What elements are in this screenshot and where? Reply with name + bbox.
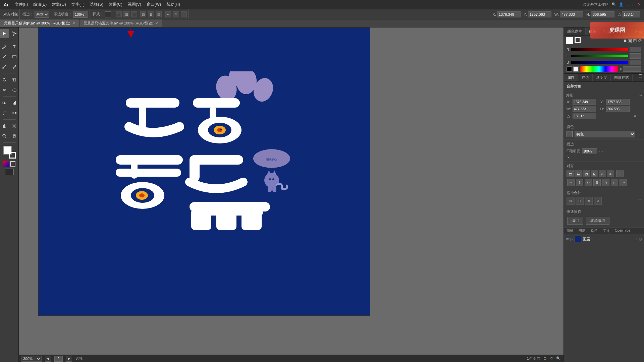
rotate-view-icon[interactable]: ↺ — [550, 356, 553, 361]
transform-expand[interactable]: ⋯ — [639, 94, 642, 97]
direct-select-tool[interactable] — [10, 29, 19, 38]
tab-1-close[interactable]: ✕ — [72, 21, 75, 25]
props-tab-graphic[interactable]: 图形样式 — [611, 74, 633, 81]
dist-h-left-btn[interactable]: ⇔ — [567, 179, 575, 186]
dist-h-right-btn[interactable]: ⇄ — [585, 179, 592, 186]
align-hcenter-prop-btn[interactable]: ⬓ — [575, 170, 582, 177]
panel-tab-color-ref[interactable]: 颜色参考 — [564, 27, 586, 35]
shape-builder-tool[interactable] — [0, 98, 9, 108]
white-swatch[interactable] — [573, 66, 579, 72]
layer-item-1[interactable]: 👁 ▷ 图层 1 1 ◎ — [564, 234, 644, 244]
chart-tool[interactable] — [10, 98, 19, 108]
blend-tool[interactable] — [10, 108, 19, 118]
align-top-btn[interactable]: ▤ — [140, 11, 146, 17]
rectangle-tool[interactable] — [10, 52, 19, 61]
w-prop-input[interactable] — [573, 106, 596, 112]
eyedropper-tool[interactable] — [0, 108, 9, 118]
layers-tab-char[interactable]: 字符 — [600, 228, 612, 234]
style-color[interactable] — [105, 11, 111, 17]
stroke-swatch[interactable] — [9, 152, 16, 159]
h-prop-input[interactable] — [606, 106, 630, 112]
stroke-color-preview[interactable] — [575, 37, 582, 44]
lock-aspect-icon[interactable]: ⇔ — [633, 114, 637, 118]
pencil-tool[interactable] — [10, 62, 19, 71]
zoom-tool[interactable] — [0, 131, 9, 141]
close-btn[interactable]: ✕ — [638, 2, 641, 7]
pathsum-more-icon[interactable]: ⋯ — [637, 197, 641, 205]
hex-input[interactable] — [623, 66, 641, 72]
warp-tool[interactable] — [0, 85, 9, 95]
layers-tab-artboard[interactable]: 画板 — [564, 228, 576, 234]
tab-2-close[interactable]: ✕ — [155, 21, 158, 25]
color-mode-icon[interactable] — [3, 161, 9, 167]
none-color-icon[interactable] — [10, 161, 15, 167]
fill-more-icon[interactable]: ⋯ — [637, 132, 641, 136]
y-input[interactable] — [528, 11, 551, 17]
rotate-tool[interactable] — [0, 75, 9, 84]
props-menu-icon[interactable]: ☰ — [639, 74, 643, 78]
dist-v-center-btn[interactable]: ⇆ — [602, 179, 609, 186]
layers-tab-opentype[interactable]: OpenType — [612, 228, 633, 234]
color-type-icon[interactable]: ■ — [624, 38, 627, 43]
canvas-area[interactable]: 使用【矩形工具】绘制深蓝色矩形作为背景 — [19, 27, 564, 362]
next-page-btn[interactable]: ▶ — [66, 356, 72, 362]
w-input[interactable] — [560, 11, 583, 17]
menu-edit[interactable]: 编辑(E) — [31, 0, 49, 9]
tab-1[interactable]: 元旦是只猫讲解.ai* @ 300% (RGB/预览) ✕ — [0, 19, 79, 27]
x-input[interactable] — [497, 11, 521, 17]
zoom-select[interactable]: 300% — [21, 356, 42, 362]
pen-tool[interactable] — [0, 42, 9, 51]
r-input[interactable] — [630, 47, 641, 52]
select-tool[interactable] — [0, 29, 9, 38]
props-tab-properties[interactable]: 属性 — [564, 74, 578, 81]
group-btn[interactable]: 编组 — [567, 217, 583, 225]
menu-select[interactable]: 选择(S) — [87, 0, 106, 9]
align-vmid-btn[interactable]: ▦ — [148, 11, 154, 17]
align-left-btn[interactable]: ⬛ — [116, 11, 122, 17]
g-slider-track[interactable] — [571, 55, 628, 57]
distribute-h-btn[interactable]: ⇔ — [165, 11, 171, 17]
layer-visibility-icon[interactable]: 👁 — [566, 237, 569, 241]
fill-color-preview[interactable] — [566, 37, 573, 44]
layer-target-icon[interactable]: ◎ — [639, 237, 642, 241]
fit-page-icon[interactable]: ⊡ — [543, 356, 546, 361]
ungroup-btn[interactable]: 取消编组 — [586, 217, 609, 225]
none-icon[interactable]: ⊘ — [638, 38, 642, 43]
opacity-input[interactable] — [73, 11, 88, 18]
scale-tool[interactable] — [10, 75, 19, 84]
fill-type-select[interactable]: 实色 — [575, 131, 635, 137]
align-right-btn[interactable]: ⬛ — [131, 11, 137, 17]
paintbrush-tool[interactable] — [0, 62, 9, 71]
align-bottom-btn[interactable]: ▤ — [156, 11, 162, 17]
tab-2[interactable]: 元旦是只猫源文件.ai* @ 100% (RGB/预览) ✕ — [79, 19, 163, 27]
menu-file[interactable]: 文件(F) — [12, 0, 31, 9]
menu-object[interactable]: 对象(O) — [49, 0, 68, 9]
props-tab-stroke[interactable]: 描边 — [578, 74, 593, 81]
slice-tool[interactable] — [10, 121, 19, 131]
opacity-prop-input[interactable] — [582, 148, 597, 154]
unite-btn[interactable]: ⊕ — [567, 197, 575, 205]
props-tab-transparency[interactable]: 透明度 — [593, 74, 611, 81]
opacity-more-icon[interactable]: ⋯ — [599, 149, 603, 154]
y-prop-input[interactable] — [606, 99, 630, 105]
screen-mode-btn[interactable] — [5, 169, 14, 175]
align-left-prop-btn[interactable]: ⬒ — [567, 170, 574, 177]
angle-input[interactable] — [622, 11, 640, 17]
page-input[interactable] — [54, 356, 63, 362]
dist-v-top-btn[interactable]: ⇅ — [593, 179, 601, 186]
gradient-icon[interactable]: ▣ — [628, 38, 632, 43]
fill-icon-small[interactable] — [567, 131, 573, 137]
hand-tool[interactable] — [10, 131, 19, 141]
minimize-btn[interactable]: — — [626, 3, 630, 7]
minus-btn[interactable]: ⊖ — [576, 197, 584, 205]
b-slider-track[interactable] — [571, 61, 628, 64]
align-bottom-prop-btn[interactable]: ⬗ — [607, 170, 614, 177]
column-graph-tool[interactable] — [0, 121, 9, 131]
b-input[interactable] — [630, 60, 641, 65]
menu-effect[interactable]: 效果(C) — [106, 0, 125, 9]
align-right-prop-btn[interactable]: ⬔ — [583, 170, 590, 177]
angle-prop-input[interactable] — [573, 113, 596, 119]
g-input[interactable] — [630, 53, 641, 59]
search-artboard-icon[interactable]: 🔍 — [556, 356, 561, 361]
distribute-v-btn[interactable]: ⇕ — [173, 11, 179, 17]
